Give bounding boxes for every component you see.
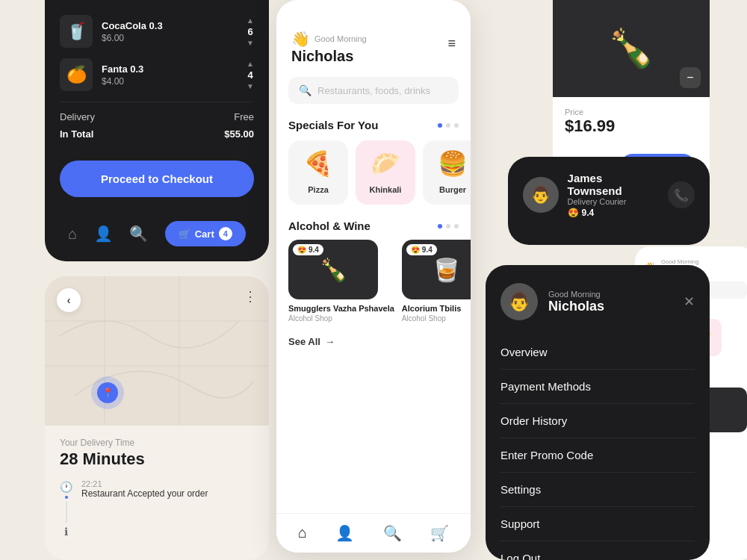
- cart-item-fanta-icon: 🍊: [60, 58, 93, 91]
- courier-name: James Townsend: [568, 172, 660, 197]
- smugglers-image: 🍾 😍 9.4: [288, 240, 378, 299]
- menu-item-promo-code[interactable]: Enter Promo Code: [500, 438, 695, 473]
- specials-dots: [438, 123, 459, 128]
- courier-rating-row: 😍 9.4: [568, 208, 660, 218]
- specials-section-header: Specials For You: [276, 119, 471, 140]
- call-courier-button[interactable]: 📞: [668, 181, 695, 208]
- qty-down-arrow[interactable]: ▼: [247, 39, 254, 47]
- greeting-name: Nicholas: [291, 48, 367, 65]
- cart-count-badge: 4: [219, 227, 232, 240]
- cart-icon: 🛒: [179, 228, 190, 240]
- map-back-button[interactable]: ‹: [57, 288, 81, 312]
- fanta-qty-up[interactable]: ▲: [247, 60, 254, 68]
- delivery-row: Delivery Free: [60, 111, 254, 122]
- timeline-time: 22:21: [81, 479, 254, 488]
- courier-role: Delivery Courier: [568, 197, 660, 206]
- search-bar[interactable]: 🔍 Restaurants, foods, drinks: [288, 77, 459, 104]
- timeline-dot: [65, 496, 68, 499]
- see-all-button[interactable]: See All →: [276, 330, 471, 358]
- menu-greeting-small: Good Morning: [548, 290, 604, 299]
- cart-bottom-nav: ⌂ 👤 🔍 🛒 Cart 4: [60, 214, 254, 246]
- cart-item-fanta: 🍊 Fanta 0.3 $4.00 ▲ 4 ▼: [60, 58, 254, 91]
- search-icon[interactable]: 🔍: [129, 225, 148, 243]
- menu-item-overview[interactable]: Overview: [500, 335, 695, 370]
- cart-item-fanta-qty: 4: [247, 69, 252, 81]
- home-icon[interactable]: ⌂: [68, 225, 77, 243]
- delivery-time-value: 28 Minutes: [60, 449, 254, 469]
- cart-item-cocacola-price: $6.00: [102, 33, 247, 43]
- special-card-burger[interactable]: 🍔 Burger: [423, 140, 471, 205]
- map-location-pin: 📍: [97, 382, 118, 403]
- alcorium-rating: 😍 9.4: [406, 244, 437, 255]
- alcorium-image: 🥃 😍 9.4: [402, 240, 471, 299]
- info-icon: ℹ: [64, 526, 68, 538]
- cart-item-fanta-price: $4.00: [102, 76, 247, 87]
- menu-item-order-history[interactable]: Order History: [500, 404, 695, 438]
- cart-panel: 🥤 CocaCola 0.3 $6.00 ▲ 6 ▼ 🍊 Fanta 0.3 $…: [45, 0, 269, 261]
- qty-up-arrow[interactable]: ▲: [247, 16, 254, 25]
- burger-label: Burger: [439, 185, 466, 194]
- pizza-icon: 🍕: [294, 149, 342, 178]
- greeting-small: Good Morning: [314, 34, 367, 43]
- special-card-pizza[interactable]: 🍕 Pizza: [288, 140, 348, 205]
- map-menu-button[interactable]: ⋮: [244, 288, 257, 305]
- alcohol-card-smugglers[interactable]: 🍾 😍 9.4 Smugglers Vazha Pshavela Alcohol…: [288, 240, 394, 323]
- khinkali-label: Khinkali: [370, 185, 402, 194]
- cart-nav-label: Cart: [195, 228, 214, 240]
- smugglers-name: Smugglers Vazha Pshavela: [288, 304, 394, 313]
- alcorium-name: Alcorium Tbilis: [402, 304, 471, 313]
- cart-item-cocacola-qty: 6: [247, 26, 252, 37]
- side-menu-panel: 👨 Good Morning Nicholas ✕ Overview Payme…: [486, 265, 710, 560]
- timeline-entry: 22:21 Restaurant Accepted your order: [81, 479, 254, 499]
- cart-item-cocacola-name: CocaCola 0.3: [102, 20, 247, 31]
- total-value: $55.00: [224, 128, 254, 140]
- clock-icon: 🕐: [60, 481, 72, 493]
- nav-profile-icon[interactable]: 👤: [335, 524, 354, 542]
- timeline-text: Restaurant Accepted your order: [81, 488, 254, 499]
- delivery-tracker-panel: 👨 James Townsend Delivery Courier 😍 9.4 …: [508, 157, 710, 245]
- alcohol-dots: [438, 224, 459, 228]
- courier-header: 👨 James Townsend Delivery Courier 😍 9.4 …: [523, 172, 695, 218]
- special-card-khinkali[interactable]: 🥟 Khinkali: [356, 140, 415, 205]
- nav-home-icon[interactable]: ⌂: [298, 524, 307, 542]
- menu-item-settings[interactable]: Settings: [500, 473, 695, 507]
- hamburger-menu-button[interactable]: ≡: [447, 36, 456, 52]
- menu-items-list: Overview Payment Methods Order History E…: [486, 335, 710, 560]
- price-label: Price: [565, 108, 698, 116]
- delivery-label: Delivery: [60, 111, 95, 122]
- timeline-line: [66, 502, 67, 523]
- nav-search-icon[interactable]: 🔍: [383, 524, 402, 542]
- main-app-panel: 👋 Good Morning Nicholas ≡ 🔍 Restaurants,…: [276, 0, 471, 553]
- search-placeholder: Restaurants, foods, drinks: [317, 85, 430, 96]
- delivery-timeline: 🕐 ℹ 22:21 Restaurant Accepted your order: [60, 479, 254, 538]
- alcorium-type: Alcohol Shop: [402, 314, 471, 323]
- cart-item-fanta-name: Fanta 0.3: [102, 63, 247, 75]
- total-label: In Total: [60, 128, 93, 140]
- product-emoji-icon: 🍾: [608, 27, 654, 70]
- fanta-qty-down[interactable]: ▼: [247, 82, 254, 90]
- price-value: $16.99: [565, 116, 698, 136]
- cart-nav-button[interactable]: 🛒 Cart 4: [165, 221, 246, 246]
- cart-item-cocacola: 🥤 CocaCola 0.3 $6.00 ▲ 6 ▼: [60, 15, 254, 48]
- menu-item-logout[interactable]: Log Out: [500, 541, 695, 560]
- alcohol-card-alcorium[interactable]: 🥃 😍 9.4 Alcorium Tbilis Alcohol Shop: [402, 240, 471, 323]
- wave-icon: 👋: [291, 30, 310, 48]
- see-all-arrow-icon: →: [325, 336, 335, 347]
- main-header: 👋 Good Morning Nicholas ≡: [276, 0, 471, 77]
- nav-cart-icon[interactable]: 🛒: [430, 524, 449, 542]
- menu-header: 👨 Good Morning Nicholas ✕: [486, 265, 710, 335]
- mini-greeting-small: Good Morning: [661, 258, 699, 265]
- specials-scroll: 🍕 Pizza 🥟 Khinkali 🍔 Burger: [276, 140, 471, 217]
- cart-item-cocacola-icon: 🥤: [60, 15, 93, 48]
- menu-close-button[interactable]: ✕: [684, 293, 695, 310]
- checkout-button[interactable]: Proceed to Checkout: [60, 161, 254, 197]
- delivery-time-label: Your Delivery Time: [60, 438, 254, 448]
- main-bottom-nav: ⌂ 👤 🔍 🛒: [276, 513, 471, 553]
- menu-item-support[interactable]: Support: [500, 507, 695, 541]
- product-image-area: 🍾 −: [553, 0, 710, 97]
- profile-icon[interactable]: 👤: [94, 225, 113, 243]
- alcohol-title: Alcohol & Wine: [288, 220, 371, 232]
- menu-item-payment-methods[interactable]: Payment Methods: [500, 370, 695, 404]
- menu-user-avatar: 👨: [500, 283, 538, 320]
- quantity-decrease-button[interactable]: −: [680, 67, 701, 88]
